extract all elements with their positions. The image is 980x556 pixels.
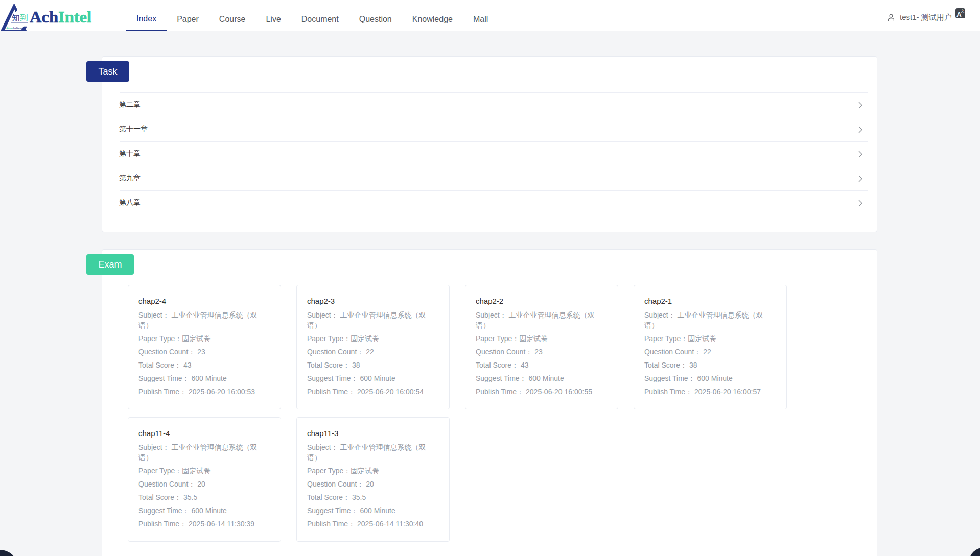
svg-text:知到: 知到 bbox=[12, 13, 28, 22]
svg-text:Achieve Intelligence: Achieve Intelligence bbox=[7, 27, 23, 29]
